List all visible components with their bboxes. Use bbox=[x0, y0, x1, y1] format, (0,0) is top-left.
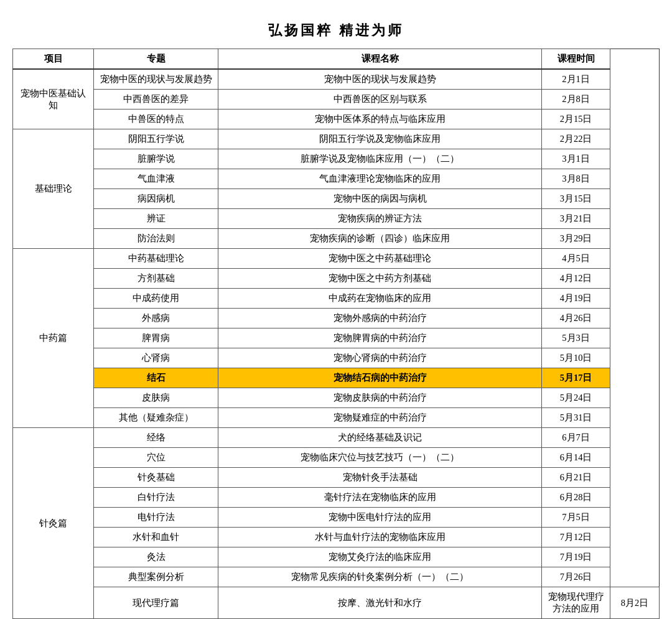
time-cell: 5月17日 bbox=[542, 368, 610, 388]
topic-cell: 皮肤病 bbox=[94, 388, 218, 408]
course-cell: 宠物中医的现状与发展趋势 bbox=[218, 69, 542, 90]
table-row: 中兽医的特点宠物中医体系的特点与临床应用2月15日 bbox=[13, 109, 660, 129]
course-cell: 宠物中医电针疗法的应用 bbox=[218, 508, 542, 528]
time-cell: 8月2日 bbox=[610, 587, 660, 619]
topic-cell: 外感病 bbox=[94, 309, 218, 328]
table-row: 中成药使用中成药在宠物临床的应用4月19日 bbox=[13, 289, 660, 309]
table-row: 白针疗法毫针疗法在宠物临床的应用6月28日 bbox=[13, 488, 660, 508]
time-cell: 3月8日 bbox=[542, 169, 610, 189]
topic-cell: 脏腑学说 bbox=[94, 149, 218, 169]
topic-cell: 结石 bbox=[94, 368, 218, 388]
time-cell: 7月19日 bbox=[542, 547, 610, 567]
course-cell: 宠物疑难症的中药治疗 bbox=[218, 408, 542, 428]
course-cell: 中西兽医的区别与联系 bbox=[218, 90, 542, 109]
topic-cell: 中药基础理论 bbox=[94, 249, 218, 269]
topic-cell: 中兽医的特点 bbox=[94, 109, 218, 129]
table-row: 典型案例分析宠物常见疾病的针灸案例分析（一）（二）7月26日 bbox=[13, 567, 660, 587]
course-cell: 宠物中医的病因与病机 bbox=[218, 189, 542, 209]
project-cell: 基础理论 bbox=[13, 129, 94, 249]
course-cell: 宠物结石病的中药治疗 bbox=[218, 368, 542, 388]
course-cell: 气血津液理论宠物临床的应用 bbox=[218, 169, 542, 189]
time-cell: 2月8日 bbox=[542, 90, 610, 109]
course-cell: 毫针疗法在宠物临床的应用 bbox=[218, 488, 542, 508]
page-container: 弘扬国粹 精进为师 项目 专题 课程名称 课程时间 宠物中医基础认知宠物中医的现… bbox=[12, 12, 660, 619]
topic-cell: 针灸基础 bbox=[94, 468, 218, 488]
course-cell: 脏腑学说及宠物临床应用（一）（二） bbox=[218, 149, 542, 169]
topic-cell: 白针疗法 bbox=[94, 488, 218, 508]
time-cell: 5月24日 bbox=[542, 388, 610, 408]
course-cell: 宠物现代理疗方法的应用 bbox=[542, 587, 610, 619]
course-cell: 宠物中医之中药方剂基础 bbox=[218, 269, 542, 289]
table-row: 中西兽医的差异中西兽医的区别与联系2月8日 bbox=[13, 90, 660, 109]
topic-cell: 经络 bbox=[94, 428, 218, 448]
topic-cell: 病因病机 bbox=[94, 189, 218, 209]
course-cell: 宠物艾灸疗法的临床应用 bbox=[218, 547, 542, 567]
time-cell: 5月31日 bbox=[542, 408, 610, 428]
table-row: 宠物中医基础认知宠物中医的现状与发展趋势宠物中医的现状与发展趋势2月1日 bbox=[13, 69, 660, 90]
project-cell: 中药篇 bbox=[13, 249, 94, 428]
time-cell: 4月19日 bbox=[542, 289, 610, 309]
table-row: 方剂基础宠物中医之中药方剂基础4月12日 bbox=[13, 269, 660, 289]
topic-cell: 其他（疑难杂症） bbox=[94, 408, 218, 428]
table-row: 气血津液气血津液理论宠物临床的应用3月8日 bbox=[13, 169, 660, 189]
topic-cell: 按摩、激光针和水疗 bbox=[218, 587, 542, 619]
time-cell: 2月22日 bbox=[542, 129, 610, 149]
time-cell: 7月5日 bbox=[542, 508, 610, 528]
topic-cell: 气血津液 bbox=[94, 169, 218, 189]
topic-cell: 阴阳五行学说 bbox=[94, 129, 218, 149]
table-body: 宠物中医基础认知宠物中医的现状与发展趋势宠物中医的现状与发展趋势2月1日中西兽医… bbox=[13, 69, 660, 619]
course-cell: 水针与血针疗法的宠物临床应用 bbox=[218, 528, 542, 547]
table-row: 脏腑学说脏腑学说及宠物临床应用（一）（二）3月1日 bbox=[13, 149, 660, 169]
topic-cell: 方剂基础 bbox=[94, 269, 218, 289]
table-row: 穴位宠物临床穴位与技艺技巧（一）（二）6月14日 bbox=[13, 448, 660, 468]
course-cell: 宠物中医之中药基础理论 bbox=[218, 249, 542, 269]
topic-cell: 中西兽医的差异 bbox=[94, 90, 218, 109]
time-cell: 7月26日 bbox=[542, 567, 610, 587]
project-cell: 针灸篇 bbox=[13, 428, 94, 619]
table-row: 水针和血针水针与血针疗法的宠物临床应用7月12日 bbox=[13, 528, 660, 547]
table-row: 外感病宠物外感病的中药治疗4月26日 bbox=[13, 309, 660, 328]
header-time: 课程时间 bbox=[542, 49, 610, 70]
table-row: 针灸篇经络犬的经络基础及识记6月7日 bbox=[13, 428, 660, 448]
course-cell: 宠物中医体系的特点与临床应用 bbox=[218, 109, 542, 129]
topic-cell: 心肾病 bbox=[94, 348, 218, 368]
topic-cell: 电针疗法 bbox=[94, 508, 218, 528]
project-cell: 现代理疗篇 bbox=[94, 587, 218, 619]
table-row: 防治法则宠物疾病的诊断（四诊）临床应用3月29日 bbox=[13, 229, 660, 249]
course-cell: 宠物皮肤病的中药治疗 bbox=[218, 388, 542, 408]
table-row: 辨证宠物疾病的辨证方法3月21日 bbox=[13, 209, 660, 229]
header-topic: 专题 bbox=[94, 49, 218, 70]
time-cell: 2月15日 bbox=[542, 109, 610, 129]
time-cell: 4月12日 bbox=[542, 269, 610, 289]
table-row: 灸法宠物艾灸疗法的临床应用7月19日 bbox=[13, 547, 660, 567]
course-cell: 宠物心肾病的中药治疗 bbox=[218, 348, 542, 368]
topic-cell: 穴位 bbox=[94, 448, 218, 468]
course-cell: 宠物疾病的诊断（四诊）临床应用 bbox=[218, 229, 542, 249]
project-cell: 宠物中医基础认知 bbox=[13, 69, 94, 129]
time-cell: 3月1日 bbox=[542, 149, 610, 169]
table-row: 病因病机宠物中医的病因与病机3月15日 bbox=[13, 189, 660, 209]
time-cell: 6月21日 bbox=[542, 468, 610, 488]
table-row: 中药篇中药基础理论宠物中医之中药基础理论4月5日 bbox=[13, 249, 660, 269]
time-cell: 5月3日 bbox=[542, 328, 610, 348]
course-cell: 宠物常见疾病的针灸案例分析（一）（二） bbox=[218, 567, 542, 587]
topic-cell: 辨证 bbox=[94, 209, 218, 229]
time-cell: 6月28日 bbox=[542, 488, 610, 508]
course-cell: 犬的经络基础及识记 bbox=[218, 428, 542, 448]
course-cell: 宠物针灸手法基础 bbox=[218, 468, 542, 488]
header-course: 课程名称 bbox=[218, 49, 542, 70]
table-row: 其他（疑难杂症）宠物疑难症的中药治疗5月31日 bbox=[13, 408, 660, 428]
time-cell: 2月1日 bbox=[542, 69, 610, 90]
table-row: 结石宠物结石病的中药治疗5月17日 bbox=[13, 368, 660, 388]
table-row: 皮肤病宠物皮肤病的中药治疗5月24日 bbox=[13, 388, 660, 408]
time-cell: 7月12日 bbox=[542, 528, 610, 547]
schedule-table: 项目 专题 课程名称 课程时间 宠物中医基础认知宠物中医的现状与发展趋势宠物中医… bbox=[12, 49, 660, 619]
table-header-row: 项目 专题 课程名称 课程时间 bbox=[13, 49, 660, 70]
course-cell: 阴阳五行学说及宠物临床应用 bbox=[218, 129, 542, 149]
course-cell: 宠物脾胃病的中药治疗 bbox=[218, 328, 542, 348]
time-cell: 3月15日 bbox=[542, 189, 610, 209]
topic-cell: 典型案例分析 bbox=[94, 567, 218, 587]
time-cell: 6月7日 bbox=[542, 428, 610, 448]
course-cell: 宠物外感病的中药治疗 bbox=[218, 309, 542, 328]
time-cell: 3月21日 bbox=[542, 209, 610, 229]
